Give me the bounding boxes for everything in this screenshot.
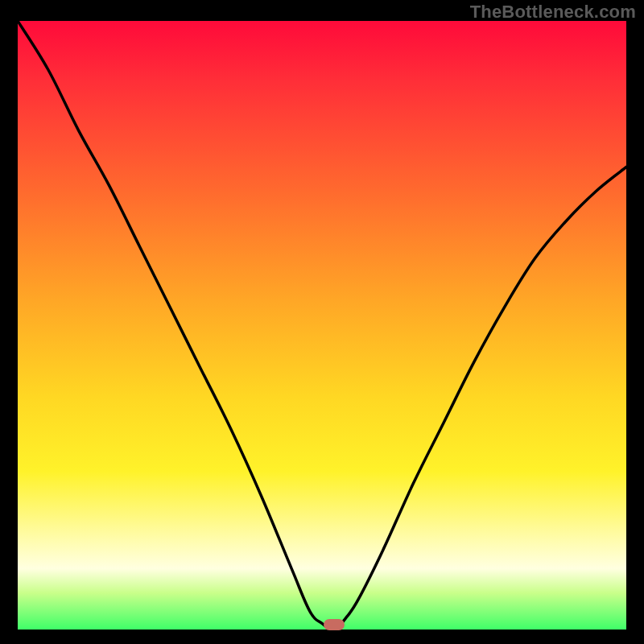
bottleneck-curve [18,21,626,630]
plot-area [18,21,626,630]
chart-frame: TheBottleneck.com [0,0,644,644]
optimal-point-marker [324,619,345,630]
watermark-text: TheBottleneck.com [470,2,636,23]
